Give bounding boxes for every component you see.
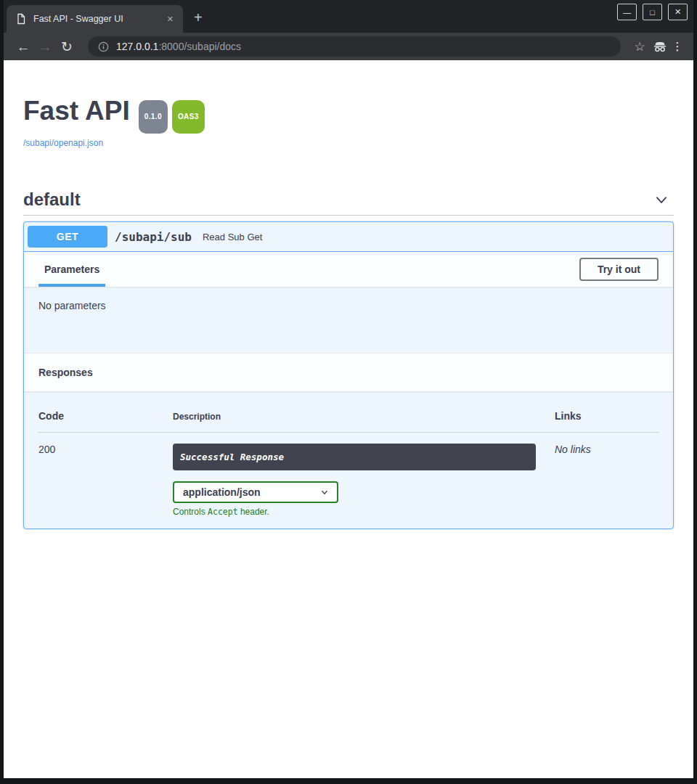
tab-close-icon[interactable]: ✕ <box>163 12 177 26</box>
api-title-row: Fast API 0.1.0 OAS3 <box>23 97 674 134</box>
column-header-description: Description <box>173 404 555 433</box>
accept-code: Accept <box>208 507 238 517</box>
responses-title: Responses <box>38 367 93 378</box>
response-description-cell: Successful Response application/json Con… <box>173 433 555 517</box>
url-text: 127.0.0.1:8000/subapi/docs <box>116 41 241 52</box>
browser-menu-icon[interactable]: ⋮ <box>670 40 685 53</box>
browser-window: Fast API - Swagger UI ✕ + — □ ✕ ← → ↻ 12… <box>4 0 693 778</box>
method-get-button[interactable]: GET <box>28 226 107 248</box>
url-host: 127.0.0.1 <box>116 41 158 52</box>
response-code: 200 <box>38 433 173 517</box>
minimize-button[interactable]: — <box>617 4 637 20</box>
collapse-chevron-icon[interactable] <box>653 192 674 208</box>
column-header-code: Code <box>38 404 173 433</box>
media-type-control: application/json Controls Accept header. <box>173 481 555 517</box>
parameters-header: Parameters Try it out <box>24 252 673 287</box>
try-it-out-button[interactable]: Try it out <box>579 258 659 281</box>
maximize-button[interactable]: □ <box>643 4 662 20</box>
media-type-select[interactable]: application/json <box>173 481 338 503</box>
reload-icon[interactable]: ↻ <box>56 40 78 54</box>
parameters-title: Parameters <box>44 264 99 275</box>
site-info-icon[interactable] <box>98 41 109 52</box>
operation-block-get: GET /subapi/sub Read Sub Get Parameters … <box>23 221 674 529</box>
response-links: No links <box>555 433 659 517</box>
url-path: :8000/subapi/docs <box>158 41 241 52</box>
api-title: Fast API <box>23 97 130 126</box>
new-tab-button[interactable]: + <box>194 10 203 25</box>
oas3-badge: OAS3 <box>172 100 205 134</box>
browser-tab[interactable]: Fast API - Swagger UI ✕ <box>7 5 183 33</box>
api-badges: 0.1.0 OAS3 <box>139 100 205 134</box>
operation-summary[interactable]: GET /subapi/sub Read Sub Get <box>24 222 673 252</box>
bookmark-star-icon[interactable]: ☆ <box>629 39 650 54</box>
responses-table-head: Code Description Links <box>38 404 659 433</box>
titlebar: Fast API - Swagger UI ✕ + — □ ✕ <box>4 0 693 33</box>
select-chevron-icon <box>319 487 330 497</box>
tag-name: default <box>23 189 81 210</box>
close-button[interactable]: ✕ <box>668 4 688 20</box>
column-header-links: Links <box>555 404 659 433</box>
responses-header: Responses <box>24 353 673 391</box>
back-icon[interactable]: ← <box>12 40 34 54</box>
version-badge: 0.1.0 <box>139 100 168 134</box>
browser-toolbar: ← → ↻ 127.0.0.1:8000/subapi/docs ☆ ⋮ <box>4 33 693 60</box>
page-content: Fast API 0.1.0 OAS3 /subapi/openapi.json… <box>4 60 693 778</box>
forward-icon[interactable]: → <box>34 40 56 54</box>
operation-path: /subapi/sub <box>115 230 192 244</box>
tab-parameters[interactable]: Parameters <box>38 252 105 287</box>
parameters-body: No parameters <box>24 287 673 353</box>
swagger-ui: Fast API 0.1.0 OAS3 /subapi/openapi.json… <box>4 97 693 529</box>
document-favicon-icon <box>15 13 27 25</box>
window-controls: — □ ✕ <box>617 4 688 20</box>
no-parameters-text: No parameters <box>38 300 106 311</box>
tag-section-header[interactable]: default <box>23 189 674 216</box>
openapi-spec-link[interactable]: /subapi/openapi.json <box>23 138 103 148</box>
response-row-200: 200 Successful Response application/json <box>38 433 659 517</box>
operation-summary-text: Read Sub Get <box>203 232 262 242</box>
accept-header-hint: Controls Accept header. <box>173 507 555 517</box>
address-bar[interactable]: 127.0.0.1:8000/subapi/docs <box>88 36 621 57</box>
incognito-icon <box>650 38 670 54</box>
tab-title: Fast API - Swagger UI <box>33 14 163 24</box>
responses-body: Code Description Links 200 Successful Re… <box>24 391 673 528</box>
api-info: Fast API 0.1.0 OAS3 /subapi/openapi.json <box>23 97 674 149</box>
media-type-value: application/json <box>183 486 261 498</box>
response-description: Successful Response <box>173 444 536 470</box>
